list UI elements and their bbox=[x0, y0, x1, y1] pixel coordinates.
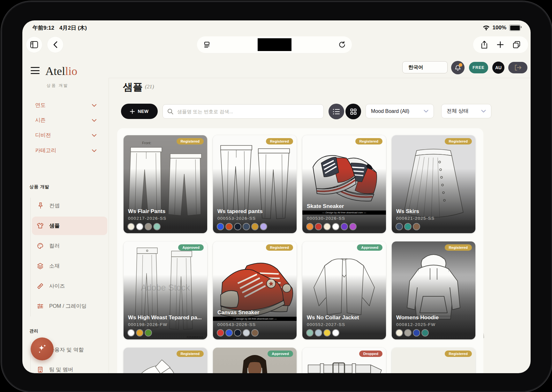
list-view-button[interactable] bbox=[329, 104, 344, 119]
status-date: 4月2日 (木) bbox=[59, 24, 87, 32]
grid-view-button[interactable] bbox=[345, 104, 361, 119]
sidebar-item-color[interactable]: 컬러 bbox=[32, 237, 107, 255]
image-credit-strip: — Design by All-free-download.com — bbox=[213, 317, 297, 321]
color-dot bbox=[226, 330, 232, 336]
screen: 午前9:12 4月2日 (木) 100% bbox=[22, 20, 531, 373]
stock-watermark-id: #258888344 bbox=[187, 336, 203, 339]
image-note: Front: bbox=[142, 141, 151, 145]
sidebar-filter-year[interactable]: 연도 bbox=[30, 98, 101, 113]
sample-card[interactable]: Registered Skate Sneaker — Design by All… bbox=[302, 135, 386, 233]
search-box[interactable] bbox=[163, 104, 324, 119]
reload-icon[interactable] bbox=[339, 41, 345, 48]
sample-card[interactable]: Approved bbox=[213, 348, 297, 373]
sample-card[interactable]: Registered Canvas Sneaker — Design by Al… bbox=[213, 241, 297, 339]
tabs-icon[interactable] bbox=[513, 41, 520, 48]
sample-grid-panel: Front: Registered Ws Flair Pants 000217-… bbox=[117, 128, 483, 373]
sample-card[interactable]: Registered bbox=[392, 348, 475, 373]
status-badge: Registered bbox=[445, 244, 472, 251]
sidebar-item-size[interactable]: 사이즈 bbox=[32, 277, 107, 295]
sidebar-item-sample[interactable]: 샘플 bbox=[32, 217, 107, 235]
sample-card[interactable]: Registered bbox=[124, 348, 207, 373]
color-dot bbox=[333, 224, 339, 230]
status-filter-select[interactable]: 전체 상태 bbox=[441, 104, 491, 118]
app-logo[interactable]: Atellio bbox=[45, 64, 77, 78]
ruler-icon bbox=[36, 282, 44, 290]
color-swatches bbox=[128, 330, 203, 336]
sample-number: 000621-2025-SS bbox=[396, 216, 471, 221]
avatar[interactable]: AU bbox=[492, 62, 504, 74]
color-dot bbox=[396, 330, 402, 336]
sidebar-item-material[interactable]: 소재 bbox=[32, 257, 107, 275]
reader-view-icon[interactable] bbox=[203, 41, 210, 48]
sample-title: Ws Flair Pants bbox=[128, 208, 203, 215]
color-dot bbox=[145, 330, 151, 336]
sample-card[interactable]: Dropped bbox=[302, 348, 386, 373]
plus-icon bbox=[130, 109, 135, 114]
color-dot bbox=[137, 330, 143, 336]
new-tab-icon[interactable] bbox=[497, 41, 504, 48]
sample-number: 000553-2026-SS bbox=[217, 216, 292, 221]
color-dot bbox=[315, 330, 321, 336]
color-swatches bbox=[217, 224, 292, 230]
wifi-icon bbox=[483, 25, 490, 30]
new-button[interactable]: NEW bbox=[121, 104, 158, 119]
sidebar-filter-division[interactable]: 디비전 bbox=[30, 128, 101, 143]
color-dot bbox=[235, 224, 241, 230]
sample-card[interactable]: Approved Ws No Collar Jacket 000552-2027… bbox=[302, 241, 386, 339]
sidebar-filter-season[interactable]: 시즌 bbox=[30, 113, 101, 128]
plan-badge[interactable]: FREE bbox=[469, 62, 488, 73]
color-dot bbox=[333, 330, 339, 336]
color-dot bbox=[350, 224, 356, 230]
sample-title: Ws High Weast Tepared pa... bbox=[128, 314, 203, 321]
browser-actions bbox=[473, 36, 528, 53]
color-dot bbox=[217, 224, 223, 230]
color-dot bbox=[137, 224, 143, 230]
color-dot bbox=[413, 224, 420, 230]
color-swatches bbox=[396, 224, 471, 230]
indent-line bbox=[30, 341, 31, 373]
chevron-down-icon bbox=[92, 104, 96, 107]
search-input[interactable] bbox=[177, 108, 319, 115]
browser-sidebar-toggle-icon[interactable] bbox=[26, 37, 42, 53]
sidebar-item-pom-grading[interactable]: POM / 그레이딩 bbox=[32, 297, 107, 315]
battery-icon bbox=[509, 25, 520, 31]
color-swatches bbox=[128, 224, 203, 230]
address-bar[interactable] bbox=[197, 36, 352, 53]
ai-assistant-button[interactable] bbox=[31, 337, 54, 360]
palette-icon bbox=[36, 242, 44, 250]
status-badge: Registered bbox=[445, 138, 472, 144]
language-select[interactable]: 한국어 bbox=[402, 61, 448, 73]
page-count: (21) bbox=[145, 84, 154, 90]
sample-card[interactable]: Registered Womens Hoodie 000812-2025-FW bbox=[392, 241, 475, 339]
notifications-button[interactable] bbox=[451, 61, 465, 74]
browser-back-button[interactable] bbox=[47, 37, 63, 53]
sample-card[interactable]: Adobe Stock #258888344 Approved Ws High … bbox=[124, 241, 207, 339]
sidebar-filter-category[interactable]: 카테고리 bbox=[30, 143, 101, 158]
header-divider bbox=[109, 78, 531, 78]
sample-number: 000530-2026-SS bbox=[307, 216, 382, 221]
sample-number: 000198-2026-FW bbox=[128, 322, 203, 327]
sample-card[interactable]: Registered Ws tapered pants 000553-2026-… bbox=[213, 135, 297, 233]
sample-title: Womens Hoodie bbox=[396, 314, 471, 321]
sample-number: 000812-2025-FW bbox=[396, 322, 471, 327]
menu-toggle-icon[interactable] bbox=[31, 67, 40, 74]
color-dot bbox=[128, 224, 134, 230]
sample-card[interactable]: Front: Registered Ws Flair Pants 000217-… bbox=[124, 135, 207, 233]
logout-button[interactable] bbox=[508, 62, 527, 73]
tablet-frame: 午前9:12 4月2日 (木) 100% bbox=[1, 1, 552, 392]
sample-title: Ws tapered pants bbox=[217, 208, 292, 215]
moodboard-filter-select[interactable]: Mood Board (All) bbox=[366, 104, 434, 118]
share-icon[interactable] bbox=[481, 41, 488, 49]
status-badge: Approved bbox=[357, 244, 382, 251]
sample-number: 000552-2027-SS bbox=[307, 322, 382, 327]
chevron-down-icon bbox=[92, 119, 96, 122]
color-dot bbox=[341, 224, 347, 230]
sample-number: 000543-2026-SS bbox=[217, 322, 292, 327]
sample-number: 000217-2026-SS bbox=[128, 216, 203, 221]
status-badge: Registered bbox=[355, 138, 382, 144]
sidebar-item-teams-members[interactable]: 팀 및 멤버 bbox=[32, 360, 107, 373]
sample-title: Skate Sneaker bbox=[307, 203, 382, 210]
color-swatches bbox=[307, 224, 382, 230]
sidebar-item-concept[interactable]: 컨셉 bbox=[32, 196, 107, 215]
sample-card[interactable]: Registered Ws Skirs 000621-2025-SS bbox=[392, 135, 475, 233]
